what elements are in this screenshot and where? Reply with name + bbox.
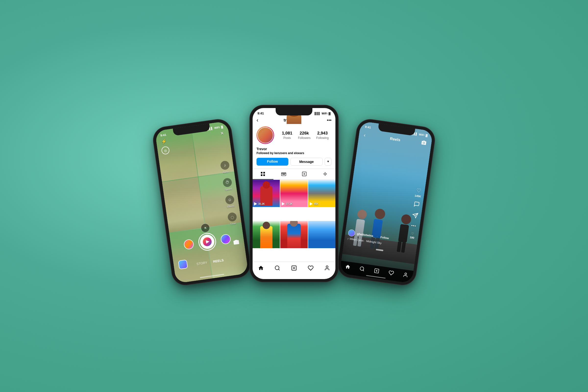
reels-back-button[interactable]: ‹ <box>364 132 366 138</box>
nav-search[interactable] <box>272 264 282 272</box>
profile-screen: 9:41 ▌▌▌ WiFi ▓ ‹ trevorbell ••• <box>252 108 336 279</box>
message-button[interactable]: Message <box>290 158 323 166</box>
reels-camera-button[interactable] <box>421 140 427 147</box>
follower2-name[interactable]: eloears <box>294 152 304 155</box>
reels-views-count: ♡ 190 <box>410 232 415 239</box>
profile-stats: 1,081 Posts 226k Followers 2,943 Followi… <box>279 131 332 140</box>
tab-mentions[interactable] <box>315 169 336 180</box>
followers-stat[interactable]: 226k Followers <box>298 131 310 140</box>
reels-view-screen: 9:41 ▌▌▌ WiFi ▓ ‹ Reels <box>340 121 434 284</box>
search-icon <box>274 265 280 271</box>
post-thumb-6[interactable] <box>308 221 336 248</box>
post-thumb-5[interactable] <box>280 221 308 248</box>
svg-point-17 <box>326 266 328 268</box>
timer-control[interactable]: ◌ Timer <box>227 212 238 226</box>
notch-center <box>276 108 312 116</box>
svg-point-8 <box>284 174 285 175</box>
effect-pill-1[interactable] <box>183 239 194 250</box>
reels-nav-search[interactable] <box>359 266 365 272</box>
post-thumb-3[interactable]: 45K <box>308 180 336 207</box>
profile-info: 1,081 Posts 226k Followers 2,943 Followi… <box>252 126 336 147</box>
reels-nav-profile[interactable] <box>402 272 409 278</box>
battery-icon-center: ▓ <box>328 112 330 115</box>
delete-button[interactable]: ✕ <box>200 223 210 233</box>
views-number: 190 <box>410 236 414 239</box>
camera-icon <box>421 140 427 146</box>
post-image-5 <box>280 221 308 248</box>
reels-dot: · <box>376 235 378 238</box>
audio-label: Audio <box>223 170 229 174</box>
svg-rect-5 <box>264 174 265 176</box>
reels-nav-home[interactable] <box>345 264 351 270</box>
svg-rect-6 <box>282 173 286 176</box>
reels-user-avatar[interactable] <box>348 229 356 237</box>
reels-logo-icon <box>202 236 213 247</box>
nav-heart[interactable] <box>306 264 316 272</box>
post-image-4 <box>252 221 280 248</box>
svg-point-12 <box>275 266 279 270</box>
reels-comment-action[interactable] <box>413 201 420 209</box>
like-count: 145K <box>414 194 422 198</box>
side-controls: ♪ Audio ⏱ Speed ☺ Effects ◌ <box>220 160 238 226</box>
comment-icon <box>413 201 420 209</box>
lens-icon[interactable]: ◎ <box>161 146 170 155</box>
reels-label[interactable]: REELS <box>213 258 224 264</box>
tagged-icon <box>302 171 307 177</box>
profile-buttons: Follow Message ▾ <box>252 156 336 168</box>
post-play-count-2: 37.3K <box>282 202 292 206</box>
camera-flip-button[interactable] <box>233 239 240 247</box>
post-thumb-2[interactable]: 37.3K <box>280 180 308 207</box>
message-label: Message <box>299 160 314 164</box>
creator-avatar[interactable] <box>178 260 188 270</box>
record-button-inner[interactable] <box>199 234 215 250</box>
reels-nav-add[interactable] <box>374 268 380 274</box>
profile-icon <box>324 265 330 271</box>
tab-grid[interactable] <box>252 169 274 180</box>
more-options-button[interactable]: ••• <box>327 118 332 123</box>
reels-username[interactable]: ghettotwins_ <box>357 232 375 238</box>
story-label[interactable]: STORY <box>196 261 208 266</box>
following-stat[interactable]: 2,943 Following <box>316 131 329 140</box>
like-icon: ♡ <box>416 187 422 194</box>
svg-rect-4 <box>261 174 262 176</box>
more-icon: ••• <box>411 224 416 228</box>
battery-icon: ▓ <box>221 125 223 128</box>
effect-pill-2[interactable] <box>220 234 231 245</box>
profile-avatar[interactable] <box>256 126 274 144</box>
follow-button[interactable]: Follow <box>256 158 288 166</box>
effects-control[interactable]: ☺ Effects <box>225 195 236 208</box>
audio-control[interactable]: ♪ Audio <box>220 160 230 174</box>
svg-point-25 <box>405 273 407 275</box>
nav-profile[interactable] <box>322 264 332 272</box>
nav-home[interactable] <box>256 264 266 272</box>
following-label: Following <box>316 136 329 140</box>
heart-icon <box>308 265 314 271</box>
post-thumb-4[interactable] <box>252 221 280 248</box>
play-icon-3 <box>310 202 312 206</box>
close-icon[interactable]: ✕ <box>220 130 224 136</box>
profile-time: 9:41 <box>258 112 264 115</box>
follower1-name[interactable]: kenzoere <box>274 152 287 155</box>
back-button[interactable]: ‹ <box>256 117 258 124</box>
post-thumb-1[interactable]: 30.2K <box>252 180 280 207</box>
reels-follow-button[interactable]: Follow <box>380 236 389 240</box>
speed-control[interactable]: ⏱ Speed <box>222 178 233 191</box>
music-note-icon: ♪ <box>347 237 349 240</box>
signal-icon-center: ▌▌▌ <box>314 112 320 115</box>
posts-count: 1,081 <box>282 131 292 136</box>
phone-left-screen: 9:41 ▌▌▌ WiFi ▓ ⚡ ✕ ◎ <box>155 121 249 284</box>
profile-followed-by: Followed by kenzoere and eloears <box>256 152 332 155</box>
flash-icon[interactable]: ⚡ <box>161 138 167 144</box>
tab-reels[interactable] <box>274 169 294 180</box>
nav-add[interactable] <box>289 264 299 272</box>
tab-tagged[interactable] <box>294 169 315 180</box>
svg-point-11 <box>324 173 326 175</box>
phone-center: 9:41 ▌▌▌ WiFi ▓ ‹ trevorbell ••• <box>250 105 338 282</box>
chevron-button[interactable]: ▾ <box>324 158 332 166</box>
home-indicator-center <box>282 275 306 276</box>
reels-nav-heart[interactable] <box>388 270 394 276</box>
effects-icon: ☺ <box>225 195 235 205</box>
record-button-outer <box>197 232 217 252</box>
reels-share-action[interactable] <box>412 212 418 220</box>
reels-more-action[interactable]: ••• <box>411 224 416 228</box>
